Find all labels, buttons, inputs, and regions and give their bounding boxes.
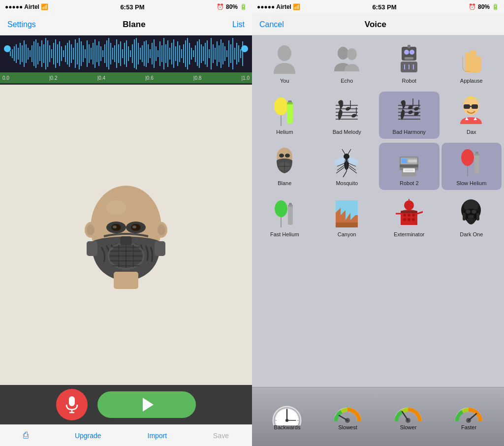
voice-item-dark-one[interactable]: Dark One: [441, 194, 502, 241]
svg-rect-21: [49, 45, 50, 62]
voice-item-slow-helium[interactable]: Slow Helium: [441, 143, 502, 190]
play-button[interactable]: [97, 391, 196, 418]
svg-rect-144: [155, 241, 165, 256]
svg-rect-226: [288, 205, 293, 225]
slower-gauge: [392, 401, 424, 423]
svg-rect-95: [195, 45, 196, 62]
waveform-handle-right[interactable]: [241, 45, 248, 52]
svg-rect-75: [156, 46, 157, 61]
svg-rect-67: [140, 48, 141, 60]
record-button[interactable]: [56, 389, 88, 420]
svg-rect-82: [169, 48, 170, 60]
svg-rect-23: [53, 43, 54, 64]
svg-rect-56: [118, 44, 119, 63]
svg-rect-42: [91, 48, 92, 60]
share-button[interactable]: ⎙: [23, 430, 29, 441]
svg-rect-81: [167, 40, 168, 67]
svg-point-171: [345, 106, 351, 111]
faster-gauge: [453, 401, 485, 423]
import-button[interactable]: Import: [148, 432, 167, 440]
waveform-handle-left[interactable]: [4, 45, 11, 52]
svg-rect-28: [63, 50, 64, 57]
blane-icon: [270, 147, 299, 179]
svg-rect-37: [81, 41, 82, 66]
svg-rect-117: [238, 45, 239, 62]
dark-one-label: Dark One: [460, 231, 483, 237]
svg-rect-68: [142, 45, 143, 62]
svg-rect-13: [33, 41, 34, 66]
svg-rect-90: [185, 40, 186, 67]
svg-rect-25: [57, 44, 58, 63]
voice-item-echo[interactable]: Echo: [317, 40, 378, 88]
status-right-left: ⏰ 80% 🔋: [217, 3, 247, 10]
voice-item-bad-melody[interactable]: Bad Melody: [317, 92, 378, 139]
svg-rect-80: [165, 44, 166, 63]
marker-06: |0.6: [145, 75, 154, 81]
save-button[interactable]: Save: [213, 432, 229, 440]
svg-rect-101: [207, 40, 208, 67]
svg-point-235: [403, 214, 406, 217]
voice-item-blane[interactable]: Blane: [254, 143, 315, 190]
waveform-timeline: 0.0 |0.2 |0.4 |0.6 |0.8 |1.0: [0, 72, 252, 83]
svg-rect-230: [336, 200, 358, 210]
wifi-icon-right: 📶: [293, 3, 300, 10]
voice-item-robot[interactable]: Robot: [379, 40, 440, 88]
waveform-container: 0.0 |0.2 |0.4 |0.6 |0.8 |1.0: [0, 35, 252, 85]
cancel-button[interactable]: Cancel: [259, 20, 284, 29]
svg-rect-78: [161, 45, 162, 62]
nav-bar-left: Settings Blane List: [0, 14, 252, 35]
svg-rect-86: [177, 41, 178, 66]
svg-rect-155: [405, 57, 413, 60]
alarm-icon-right: ⏰: [469, 3, 476, 10]
svg-rect-145: [114, 272, 138, 289]
exterminator-label: Exterminator: [394, 231, 424, 237]
svg-rect-99: [203, 46, 204, 61]
svg-point-219: [461, 149, 474, 166]
voice-item-fast-helium[interactable]: Fast Helium: [254, 194, 315, 241]
svg-rect-55: [116, 39, 117, 68]
status-left: ●●●●● Airtel 📶: [5, 3, 48, 10]
voice-item-robot2[interactable]: Robot 2: [379, 143, 440, 190]
speed-item-faster[interactable]: Faster: [453, 401, 485, 430]
svg-rect-20: [47, 40, 48, 67]
svg-line-268: [402, 412, 408, 420]
carrier-left: Airtel: [24, 3, 39, 10]
svg-rect-143: [87, 241, 97, 256]
voice-item-exterminator[interactable]: Exterminator: [379, 194, 440, 241]
echo-icon: [332, 44, 362, 76]
svg-rect-61: [128, 46, 129, 61]
list-button[interactable]: List: [232, 20, 245, 29]
bad-harmony-label: Bad Harmony: [393, 129, 426, 135]
upgrade-button[interactable]: Upgrade: [75, 432, 101, 440]
voice-item-canyon[interactable]: Canyon: [317, 194, 378, 241]
voice-item-helium[interactable]: Helium: [254, 92, 315, 139]
svg-rect-142: [120, 236, 132, 245]
svg-line-208: [342, 149, 345, 154]
left-panel: ●●●●● Airtel 📶 6:53 PM ⏰ 80% 🔋 Settings …: [0, 0, 252, 446]
voice-item-mosquito[interactable]: Mosquito: [317, 143, 378, 190]
voice-item-dax[interactable]: Dax: [441, 92, 502, 139]
svg-point-224: [275, 200, 287, 217]
voice-item-applause[interactable]: Applause: [441, 40, 502, 88]
svg-line-199: [343, 171, 346, 177]
svg-rect-34: [75, 39, 76, 68]
settings-button[interactable]: Settings: [7, 20, 36, 29]
svg-point-130: [113, 225, 117, 228]
time-left: 6:53 PM: [120, 3, 144, 11]
svg-point-181: [408, 110, 413, 115]
bad-harmony-icon: [394, 96, 424, 127]
voice-item-you[interactable]: You: [254, 40, 315, 88]
speed-item-backwards[interactable]: Backwards: [271, 401, 303, 430]
blane-label: Blane: [278, 180, 291, 186]
left-nav-title: Blane: [123, 20, 145, 30]
voice-item-bad-harmony[interactable]: Bad Harmony: [379, 92, 440, 139]
speed-item-slower[interactable]: Slower: [392, 401, 424, 430]
svg-rect-54: [114, 45, 115, 62]
svg-rect-113: [230, 44, 231, 63]
svg-rect-106: [217, 41, 218, 66]
svg-rect-48: [102, 50, 103, 57]
status-left-right: ●●●●● Airtel 📶: [257, 3, 300, 10]
svg-point-238: [403, 218, 406, 221]
speed-item-slowest[interactable]: Slowest: [332, 401, 364, 430]
svg-rect-221: [474, 154, 479, 174]
